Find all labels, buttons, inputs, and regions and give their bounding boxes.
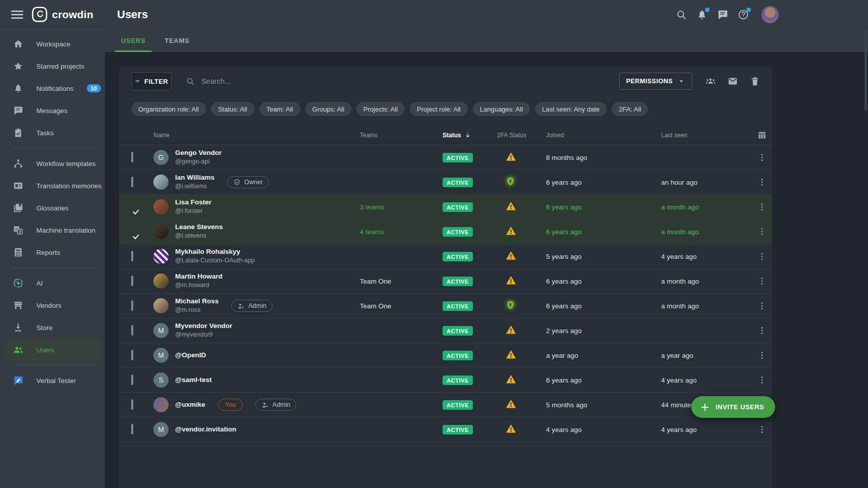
table-row[interactable]: M@OpenIDACTIVEa year agoa year ago [119,343,772,368]
filter-chip-groups[interactable]: Groups: All [305,102,352,116]
column-header-teams[interactable]: Teams [356,132,443,139]
add-to-team-icon[interactable] [706,76,716,86]
table-row[interactable]: @uxmikeYouAdminACTIVE5 months ago44 minu… [119,393,772,417]
joined-cell: a year ago [546,352,661,359]
filter-chip-project-role[interactable]: Project role: All [410,102,468,116]
user-name[interactable]: @vendor.invitation [175,425,236,434]
row-menu-button[interactable] [757,251,767,261]
row-menu-button[interactable] [757,424,767,435]
row-checkbox[interactable] [131,350,133,360]
filter-chip-2fa[interactable]: 2FA: All [612,102,648,116]
teams-link[interactable]: 3 teams [360,203,384,211]
crowdin-logo[interactable]: crowdin [32,7,93,22]
table-row[interactable]: GGengo Vendor@gengo-apiACTIVE8 months ag… [119,145,772,170]
send-message-icon[interactable] [728,76,738,86]
search-input[interactable] [200,77,412,86]
help-icon[interactable] [738,9,749,20]
table-row[interactable]: Ian Williams@i.williamsOwnerACTIVE6 year… [119,170,772,195]
table-row[interactable]: Mykhailo Rohalskyy@Lalala-Custom-OAuth-a… [119,244,772,269]
sidebar-item-starred-projects[interactable]: Starred projects [4,55,101,77]
row-checkbox[interactable] [131,251,133,261]
sidebar-item-vendors[interactable]: Vendors [4,294,101,316]
table-row[interactable]: Lisa Foster@l.forster3 teamsACTIVE6 year… [119,195,772,220]
scrollbar[interactable] [864,30,867,111]
filter-chip-last-seen[interactable]: Last seen: Any date [535,102,607,116]
sidebar-item-notifications[interactable]: Notifications10 [4,77,101,99]
sidebar-item-ai[interactable]: AI [4,272,101,294]
user-name[interactable]: @uxmike [175,401,205,409]
twofa-enabled-icon [505,299,516,311]
messages-icon[interactable] [717,9,728,20]
team-name: Team One [360,302,391,310]
delete-icon[interactable] [750,76,760,86]
table-row[interactable]: MMyvendor Vendor@myvendor9ACTIVE2 years … [119,318,772,343]
row-checkbox[interactable] [131,300,133,311]
twofa-cell [497,374,546,387]
sidebar-item-translation-memories[interactable]: Translation memories [4,175,101,197]
teams-link[interactable]: 4 teams [360,228,384,236]
row-checkbox[interactable] [131,374,133,385]
row-checkbox[interactable] [131,399,133,410]
row-menu-button[interactable] [757,326,767,336]
sidebar-item-machine-translation[interactable]: GMachine translation [4,219,101,241]
row-menu-button[interactable] [757,375,767,385]
sidebar-item-users[interactable]: Users [4,339,101,361]
user-avatar[interactable] [762,6,779,23]
twofa-cell [497,299,546,313]
filter-chip-team[interactable]: Team: All [259,102,300,116]
sidebar-item-reports[interactable]: Reports [4,241,101,263]
sidebar-item-workflow-templates[interactable]: Workflow templates [4,152,101,175]
user-name[interactable]: Leane Stevens [175,223,223,232]
user-name[interactable]: Lisa Foster [175,198,211,207]
filter-chip-languages[interactable]: Languages: All [473,102,530,116]
row-menu-button[interactable] [757,177,767,187]
row-menu-button[interactable] [757,152,767,162]
row-menu-button[interactable] [757,227,767,237]
row-checkbox[interactable] [131,424,133,435]
sidebar-item-workspace[interactable]: Workspace [4,33,101,55]
filter-chip-status[interactable]: Status: All [211,102,254,116]
filter-chip-organization-role[interactable]: Organization role: All [131,102,206,116]
user-name[interactable]: Myvendor Vendor [175,322,232,331]
row-checkbox[interactable] [131,152,133,162]
filter-chip-projects[interactable]: Projects: All [356,102,405,116]
sidebar-item-glossaries[interactable]: Glossaries [4,197,101,219]
invite-users-button[interactable]: INVITE USERS [691,396,775,418]
tab-teams[interactable]: TEAMS [162,29,191,52]
column-header-2fa-status[interactable]: 2FA Status [497,132,546,139]
row-checkbox[interactable] [131,276,133,286]
sidebar-item-verbal-tester[interactable]: Verbal Tester [4,369,101,392]
sidebar-item-store[interactable]: Store [4,316,101,339]
column-header-status[interactable]: Status [443,132,497,139]
filter-button[interactable]: FILTER [131,72,172,90]
sidebar-item-messages[interactable]: Messages [4,99,101,122]
search-icon[interactable] [676,9,687,20]
column-header-last-seen[interactable]: Last seen [661,132,752,139]
user-name[interactable]: @OpenID [175,351,206,360]
row-menu-button[interactable] [757,301,767,311]
row-checkbox[interactable] [131,325,133,336]
column-header-joined[interactable]: Joined [546,132,661,139]
column-header-name[interactable]: Name [153,132,356,139]
row-menu-button[interactable] [757,202,767,212]
table-columns-button[interactable] [757,131,767,140]
row-menu-button[interactable] [757,350,767,360]
table-row[interactable]: S@saml-testACTIVE6 years ago4 years ago [119,368,772,393]
menu-icon[interactable] [11,10,23,19]
user-name[interactable]: Mykhailo Rohalskyy [175,248,255,256]
notifications-icon[interactable] [696,9,708,20]
user-name[interactable]: Ian Williams [175,174,214,182]
user-name[interactable]: Michael Ross [175,297,219,306]
table-row[interactable]: M@vendor.invitationACTIVE4 years ago4 ye… [119,417,772,442]
table-row[interactable]: Leane Stevens@l.stevens4 teamsACTIVE6 ye… [119,220,772,244]
table-row[interactable]: Martin Howard@m.howardTeam OneACTIVE6 ye… [119,269,772,294]
sidebar-item-tasks[interactable]: Tasks [4,122,101,144]
permissions-button[interactable]: PERMISSIONS [619,73,692,90]
table-row[interactable]: Michael Ross@m.rossAdminTeam OneACTIVE6 … [119,294,772,318]
tab-users[interactable]: USERS [119,29,147,52]
user-name[interactable]: @saml-test [175,376,211,385]
row-menu-button[interactable] [757,276,767,286]
row-checkbox[interactable] [131,177,133,187]
user-name[interactable]: Martin Howard [175,273,223,281]
user-name[interactable]: Gengo Vendor [175,149,222,157]
